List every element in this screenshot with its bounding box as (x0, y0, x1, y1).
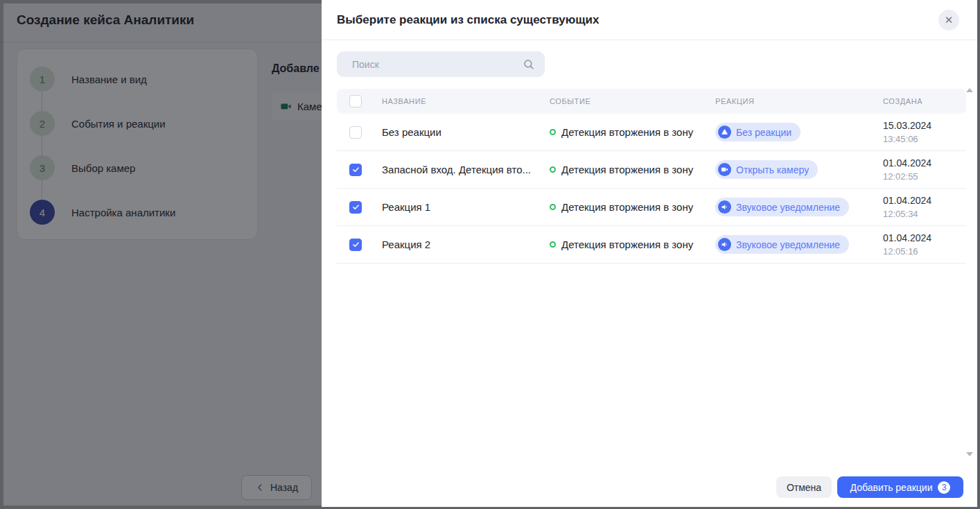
created-time: 13:45:06 (883, 132, 966, 146)
column-header-reaction[interactable]: РЕАКЦИЯ (715, 97, 883, 105)
selected-count-badge: 3 (938, 481, 950, 494)
header-checkbox-cell (337, 95, 382, 107)
reaction-badge-label: Без реакции (736, 127, 791, 138)
reaction-badge: Без реакции (715, 123, 800, 141)
created-time: 12:05:16 (883, 245, 966, 258)
event-status-icon (550, 166, 556, 173)
created-cell: 01.04.2024 12:05:34 (883, 194, 966, 221)
scroll-down-arrow[interactable] (966, 452, 973, 456)
cancel-button[interactable]: Отмена (776, 476, 832, 498)
reaction-badge: Звуковое уведомление (715, 235, 849, 254)
table-row[interactable]: Запасной вход. Детекция вто... Детекция … (337, 151, 966, 189)
event-cell: Детекция вторжения в зону (550, 126, 715, 138)
select-all-checkbox[interactable] (349, 95, 362, 107)
table-row[interactable]: Реакция 2 Детекция вторжения в зону Звук… (337, 226, 966, 264)
search-field (337, 51, 545, 77)
reaction-cell: Открыть камеру (715, 160, 883, 179)
table-row[interactable]: Реакция 1 Детекция вторжения в зону Звук… (337, 189, 966, 226)
checkbox-cell (337, 239, 382, 251)
reaction-name: Запасной вход. Детекция вто... (382, 164, 550, 175)
created-date: 01.04.2024 (883, 194, 966, 207)
reaction-cell: Без реакции (715, 123, 883, 141)
reaction-badge: Звуковое уведомление (715, 198, 849, 216)
event-cell: Детекция вторжения в зону (550, 201, 715, 213)
column-header-name[interactable]: НАЗВАНИЕ (382, 97, 550, 105)
reaction-badge-label: Звуковое уведомление (736, 239, 840, 250)
reaction-badge-label: Звуковое уведомление (736, 202, 840, 213)
created-cell: 01.04.2024 12:02:55 (883, 157, 966, 183)
event-status-icon (550, 241, 556, 248)
created-time: 12:02:55 (883, 170, 966, 183)
table-row[interactable]: Без реакции Детекция вторжения в зону Бе… (337, 114, 966, 151)
checkbox-cell (337, 201, 382, 214)
search-input[interactable] (337, 59, 523, 70)
event-status-icon (550, 129, 556, 135)
modal-header: Выберите реакции из списка существующих … (322, 0, 977, 40)
event-name: Детекция вторжения в зону (561, 201, 693, 213)
close-icon: ✕ (945, 14, 954, 26)
row-checkbox[interactable] (349, 239, 362, 251)
reaction-badge: Открыть камеру (715, 160, 818, 179)
table-header-row: НАЗВАНИЕ СОБЫТИЕ РЕАКЦИЯ СОЗДАНА (337, 89, 966, 114)
created-date: 01.04.2024 (883, 157, 966, 170)
row-checkbox[interactable] (349, 126, 362, 139)
open-camera-icon (718, 163, 731, 176)
event-status-icon (550, 204, 556, 210)
reaction-badge-label: Открыть камеру (736, 164, 809, 175)
event-cell: Детекция вторжения в зону (550, 164, 715, 175)
event-name: Детекция вторжения в зону (561, 239, 693, 250)
created-time: 12:05:34 (883, 207, 966, 221)
checkbox-cell (337, 164, 382, 176)
close-button[interactable]: ✕ (938, 10, 959, 31)
event-cell: Детекция вторжения в зону (550, 239, 715, 250)
reaction-cell: Звуковое уведомление (715, 235, 883, 254)
column-header-created[interactable]: СОЗДАНА (883, 97, 966, 105)
reaction-name: Без реакции (382, 126, 550, 138)
sound-notification-icon (718, 238, 731, 251)
reaction-name: Реакция 2 (382, 239, 550, 250)
event-name: Детекция вторжения в зону (561, 164, 693, 175)
created-date: 01.04.2024 (883, 232, 966, 245)
no-reaction-icon (718, 126, 731, 139)
created-date: 15.03.2024 (883, 119, 966, 132)
sound-notification-icon (718, 200, 731, 214)
created-cell: 15.03.2024 13:45:06 (883, 119, 966, 146)
reactions-table: НАЗВАНИЕ СОБЫТИЕ РЕАКЦИЯ СОЗДАНА Без реа… (337, 89, 966, 264)
column-header-event[interactable]: СОБЫТИЕ (550, 97, 715, 105)
reaction-name: Реакция 1 (382, 201, 550, 213)
add-reactions-label: Добавить реакции (850, 482, 933, 493)
row-checkbox[interactable] (349, 201, 362, 214)
search-icon[interactable] (523, 58, 535, 71)
checkbox-cell (337, 126, 382, 139)
scroll-up-arrow[interactable] (966, 88, 973, 92)
created-cell: 01.04.2024 12:05:16 (883, 232, 966, 258)
row-checkbox[interactable] (349, 164, 362, 176)
modal-title: Выберите реакции из списка существующих (337, 13, 599, 27)
event-name: Детекция вторжения в зону (561, 126, 693, 138)
add-reactions-button[interactable]: Добавить реакции 3 (837, 476, 963, 498)
select-reactions-modal: Выберите реакции из списка существующих … (322, 0, 977, 507)
reaction-cell: Звуковое уведомление (715, 198, 883, 216)
